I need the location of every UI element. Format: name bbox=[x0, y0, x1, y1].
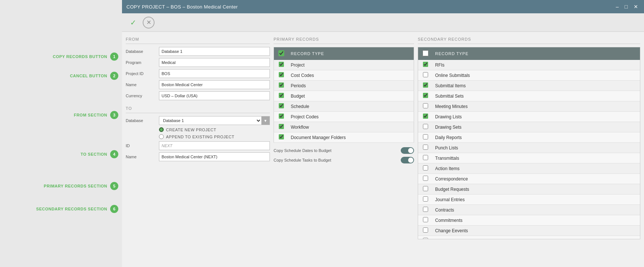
toggle-schedule-dates[interactable] bbox=[401, 147, 414, 154]
secondary-record-checkbox-0[interactable] bbox=[423, 62, 428, 67]
from-to-section: FROM Database Program Project ID Name Cu… bbox=[126, 36, 270, 263]
toolbar: ✓ ✕ bbox=[122, 13, 644, 32]
secondary-select-all-checkbox[interactable] bbox=[423, 50, 428, 56]
secondary-record-row: Action Items bbox=[418, 163, 640, 174]
secondary-record-label: Punch Lists bbox=[433, 143, 640, 153]
primary-record-checkbox-4[interactable] bbox=[279, 103, 284, 108]
primary-records-table: RECORD TYPE ProjectCost CodesPeriodsBudg… bbox=[274, 47, 414, 143]
from-program-input[interactable] bbox=[159, 58, 270, 67]
primary-record-checkbox-7[interactable] bbox=[279, 134, 284, 139]
from-projectid-row: Project ID bbox=[126, 69, 270, 78]
secondary-record-row: Meeting Minutes bbox=[418, 101, 640, 112]
window-controls: – □ ✕ bbox=[614, 3, 640, 10]
toggle-schedule-tasks-label: Copy Schedule Tasks to Budget bbox=[274, 158, 331, 162]
copy-records-button[interactable]: ✓ bbox=[126, 16, 140, 29]
primary-record-label: Periods bbox=[289, 81, 414, 91]
from-name-input[interactable] bbox=[159, 80, 270, 89]
secondary-records-header: SECONDARY RECORDS bbox=[418, 36, 640, 44]
create-new-label: CREATE NEW PROJECT bbox=[166, 128, 216, 132]
append-radio[interactable] bbox=[159, 134, 164, 139]
primary-record-type-header: RECORD TYPE bbox=[289, 47, 414, 60]
primary-record-label: Budget bbox=[289, 91, 414, 101]
primary-select-all-checkbox[interactable] bbox=[278, 50, 284, 56]
secondary-record-label: Transmittals bbox=[433, 153, 640, 163]
from-name-row: Name bbox=[126, 80, 270, 89]
secondary-record-checkbox-6[interactable] bbox=[423, 124, 428, 129]
secondary-record-row: Correspondence bbox=[418, 174, 640, 184]
secondary-record-checkbox-2[interactable] bbox=[423, 82, 428, 88]
secondary-record-row: Change Eevents bbox=[418, 226, 640, 236]
secondary-record-label: RFIs bbox=[433, 60, 640, 70]
primary-record-checkbox-3[interactable] bbox=[279, 93, 284, 98]
close-button[interactable]: ✕ bbox=[632, 3, 640, 10]
primary-record-row: Workflow bbox=[274, 122, 414, 132]
secondary-record-checkbox-16[interactable] bbox=[423, 227, 428, 233]
secondary-record-checkbox-5[interactable] bbox=[423, 114, 428, 119]
secondary-record-row: Submittal Sets bbox=[418, 91, 640, 101]
secondary-record-label: Budget Requests bbox=[433, 184, 640, 195]
primary-record-checkbox-1[interactable] bbox=[279, 72, 284, 77]
secondary-record-checkbox-14[interactable] bbox=[423, 207, 428, 212]
secondary-record-row: Transmittals bbox=[418, 153, 640, 163]
secondary-records-annotation: SECONDARY RECORDS SECTION 6 bbox=[0, 200, 122, 217]
from-program-row: Program bbox=[126, 58, 270, 67]
secondary-record-checkbox-12[interactable] bbox=[423, 186, 428, 191]
secondary-records-section: SECONDARY RECORDS RECORD TYPE RFIsOnline… bbox=[418, 36, 640, 263]
primary-records-annotation: PRIMARY RECORDS SECTION 5 bbox=[0, 178, 122, 195]
secondary-record-checkbox-3[interactable] bbox=[423, 93, 428, 98]
from-currency-input[interactable] bbox=[159, 91, 270, 100]
maximize-button[interactable]: □ bbox=[623, 3, 629, 10]
primary-record-row: Project Codes bbox=[274, 112, 414, 122]
from-projectid-input[interactable] bbox=[159, 69, 270, 78]
secondary-record-checkbox-7[interactable] bbox=[423, 134, 428, 139]
to-name-input[interactable] bbox=[159, 152, 270, 161]
secondary-record-label: Commitments bbox=[433, 215, 640, 226]
from-section-annotation: FROM SECTION 3 bbox=[0, 107, 122, 124]
to-database-select-wrap[interactable]: Database 1 ▼ bbox=[159, 116, 270, 125]
secondary-record-label: Action Items bbox=[433, 163, 640, 174]
create-new-radio[interactable] bbox=[159, 127, 164, 132]
secondary-record-checkbox-11[interactable] bbox=[423, 176, 428, 181]
secondary-record-label: Contracts bbox=[433, 205, 640, 215]
secondary-table-wrap: RECORD TYPE RFIsOnline SubmittalsSubmitt… bbox=[418, 47, 640, 239]
primary-record-checkbox-5[interactable] bbox=[279, 114, 284, 119]
primary-record-row: Periods bbox=[274, 81, 414, 91]
toggle-section: Copy Schedule Dates to Budget Copy Sched… bbox=[274, 146, 414, 165]
primary-record-checkbox-6[interactable] bbox=[279, 124, 284, 129]
primary-record-label: Schedule bbox=[289, 101, 414, 112]
cancel-button[interactable]: ✕ bbox=[143, 17, 155, 28]
secondary-record-row: Drawing Sets bbox=[418, 122, 640, 132]
secondary-record-label: Drawing Sets bbox=[433, 122, 640, 132]
secondary-record-row: Contracts bbox=[418, 205, 640, 215]
secondary-record-checkbox-9[interactable] bbox=[423, 155, 428, 160]
to-database-select[interactable]: Database 1 bbox=[159, 116, 261, 125]
secondary-record-label: Drawing Lists bbox=[433, 112, 640, 122]
to-section: TO Database Database 1 ▼ CREATE NEW PROJ… bbox=[126, 105, 270, 161]
primary-record-row: Project bbox=[274, 60, 414, 70]
secondary-record-checkbox-17[interactable] bbox=[423, 238, 428, 239]
from-database-row: Database bbox=[126, 47, 270, 56]
secondary-record-label: Submittal Items bbox=[433, 81, 640, 91]
secondary-record-row: RFIs bbox=[418, 60, 640, 70]
primary-record-label: Project bbox=[289, 60, 414, 70]
secondary-record-checkbox-13[interactable] bbox=[423, 196, 428, 202]
secondary-record-checkbox-4[interactable] bbox=[423, 103, 428, 108]
secondary-record-label: Change Eevents bbox=[433, 226, 640, 236]
secondary-record-label: Meeting Minutes bbox=[433, 101, 640, 112]
secondary-record-row: Journal Entries bbox=[418, 195, 640, 205]
to-id-input[interactable] bbox=[159, 141, 270, 150]
secondary-record-checkbox-8[interactable] bbox=[423, 145, 428, 150]
minimize-button[interactable]: – bbox=[614, 3, 620, 10]
main-window: COPY PROJECT – BOS – Boston Medical Cent… bbox=[122, 0, 644, 267]
from-database-input[interactable] bbox=[159, 47, 270, 56]
toggle-schedule-tasks[interactable] bbox=[401, 157, 414, 163]
primary-record-label: Workflow bbox=[289, 122, 414, 132]
primary-record-checkbox-2[interactable] bbox=[279, 82, 284, 88]
secondary-record-checkbox-1[interactable] bbox=[423, 72, 428, 77]
secondary-record-checkbox-10[interactable] bbox=[423, 165, 428, 170]
secondary-record-checkbox-15[interactable] bbox=[423, 217, 428, 222]
primary-record-checkbox-0[interactable] bbox=[279, 62, 284, 67]
primary-record-row: Document Manager Folders bbox=[274, 132, 414, 143]
primary-record-row: Budget bbox=[274, 91, 414, 101]
primary-record-label: Document Manager Folders bbox=[289, 132, 414, 143]
